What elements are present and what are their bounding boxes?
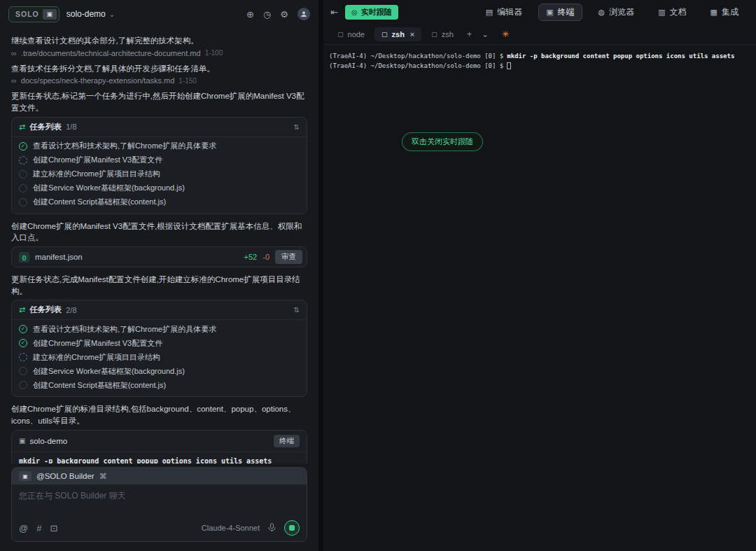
task-item: 查看设计文档和技术架构,了解Chrome扩展的具体要求 [19,322,300,336]
agent-message: 更新任务状态,标记第一个任务为进行中,然后开始创建Chrome扩展的Manife… [11,90,307,113]
file-path: .trae/documents/technical-architecture-d… [21,49,201,57]
tab-docs[interactable]: ▥ 文档 [650,4,694,21]
file-diff-card[interactable]: {} manifest.json +52 -0 审查 [11,246,307,267]
task-label: 创建Content Script基础框架(content.js) [33,380,166,391]
task-list-icon: ⇄ [19,305,25,314]
file-reference[interactable]: ∞ docs/specs/neck-therapy-extension/task… [11,76,307,85]
terminal-tab-zsh-active[interactable]: ▢ zsh × [374,27,421,41]
close-live-follow-button[interactable]: 双击关闭实时跟随 [402,132,483,151]
agent-icon: ▣ [19,471,31,481]
task-list-title: 任务列表 [29,122,62,132]
chat-input[interactable] [19,490,300,511]
terminal-card-command: mkdir -p background content popup option… [12,452,307,463]
collapse-icon[interactable]: ⇅ [294,306,300,314]
avatar[interactable] [298,8,310,20]
terminal-window-icon: ▣ [19,437,25,445]
task-status-icon [19,198,27,207]
file-link-icon: ∞ [11,76,17,85]
agent-message: 继续查看设计文档的其余部分,了解完整的技术架构。 [11,35,307,47]
task-list-progress: 2/8 [66,306,76,314]
app-window: SOLO ▣ solo-demo ⌄ ⊕ ◷ ⚙ 继续查看设计文档的其余部分,了… [0,0,756,551]
chat-panel: SOLO ▣ solo-demo ⌄ ⊕ ◷ ⚙ 继续查看设计文档的其余部分,了… [0,0,318,551]
task-status-icon [19,381,27,389]
workspace-panel: ⇤ ◎ 实时跟随 ▤ 编辑器 ▣ 终端 ◍ 浏览器 ▥ [323,0,756,551]
model-selector[interactable]: Claude-4-Sonnet [202,524,260,532]
editor-icon: ▤ [486,8,493,17]
collapse-icon[interactable]: ⇅ [294,123,300,131]
task-item: 创建Content Script基础框架(content.js) [19,195,300,209]
task-status-icon [19,353,27,361]
tab-integrations[interactable]: ▦ 集成 [703,4,746,21]
file-reference[interactable]: ∞ .trae/documents/technical-architecture… [11,49,307,57]
terminal-tab-label: node [348,30,365,39]
microphone-icon[interactable] [268,523,276,533]
terminal-tab-zsh[interactable]: ▢ zsh [424,27,461,41]
tab-browser[interactable]: ◍ 浏览器 [591,4,643,21]
solo-mode-badge[interactable]: SOLO ▣ [8,6,59,22]
person-icon [300,11,307,18]
browser-icon: ◍ [598,8,606,17]
terminal-line: (TraeAI-4) ~/Desktop/hackathon/solo-demo… [329,61,750,71]
terminal-tab-label: zsh [442,30,454,39]
terminal-tab-label: zsh [392,30,405,39]
live-follow-badge[interactable]: ◎ 实时跟随 [345,5,398,20]
terminal-card-title: solo-demo [29,437,67,445]
tab-editor[interactable]: ▤ 编辑器 [478,4,530,21]
terminal-tab-icon: ▢ [382,31,388,38]
composer-body [12,484,307,517]
close-tab-icon[interactable]: × [410,30,414,39]
warp-star-icon[interactable]: ✳ [502,29,509,39]
task-label: 建立标准的Chrome扩展项目目录结构 [33,352,160,363]
composer-footer: @ # ⊡ Claude-4-Sonnet [12,517,307,541]
solo-label: SOLO [15,10,39,18]
terminal-tab-node[interactable]: ▢ node [330,27,372,41]
task-items: 查看设计文档和技术架构,了解Chrome扩展的具体要求 创建Chrome扩展Ma… [12,137,307,214]
agent-message: 创建Chrome扩展的标准目录结构,包括background、content、p… [11,403,307,426]
task-list-header[interactable]: ⇄ 任务列表 1/8 ⇅ [12,118,307,137]
task-item: 创建Chrome扩展Manifest V3配置文件 [19,336,300,350]
terminal-line: (TraeAI-4) ~/Desktop/hackathon/solo-demo… [329,51,750,61]
file-link-icon: ∞ [11,49,17,57]
integration-icon: ▦ [710,8,718,17]
back-icon[interactable]: ⇤ [330,7,338,18]
workspace-tabs: ▤ 编辑器 ▣ 终端 ◍ 浏览器 ▥ 文档 ▦ 集成 [478,4,746,21]
task-item: 建立标准的Chrome扩展项目目录结构 [19,350,300,364]
composer-agent-header[interactable]: ▣ @SOLO Builder ⌘ [12,468,307,484]
agent-message: 更新任务状态,完成Manifest配置文件创建,开始建立标准的Chrome扩展项… [11,274,307,297]
history-icon[interactable]: ◷ [263,10,271,19]
settings-gear-icon[interactable]: ⚙ [280,10,288,19]
task-label: 查看设计文档和技术架构,了解Chrome扩展的具体要求 [33,324,216,335]
diff-filename: manifest.json [35,253,83,261]
tab-terminal[interactable]: ▣ 终端 [538,4,582,21]
mention-icon[interactable]: @ [19,524,28,533]
live-follow-icon: ◎ [351,8,358,16]
task-item: 创建Chrome扩展Manifest V3配置文件 [19,153,300,167]
tab-label: 文档 [670,6,687,18]
project-selector[interactable]: solo-demo ⌄ [66,9,115,19]
stop-icon [289,525,295,531]
line-range: 1-150 [178,77,197,85]
new-terminal-icon[interactable]: + [463,28,475,41]
task-list-header[interactable]: ⇄ 任务列表 2/8 ⇅ [12,300,307,320]
context-hash-icon[interactable]: # [36,524,41,533]
new-chat-icon[interactable]: ⊕ [246,10,254,19]
panel-divider[interactable] [318,0,323,551]
file-path: docs/specs/neck-therapy-extension/tasks.… [21,76,175,85]
live-follow-label: 实时跟随 [361,7,392,18]
terminal-tab-icon: ▢ [337,31,344,38]
project-name: solo-demo [66,9,106,19]
terminal-cursor [507,62,511,69]
task-label: 创建Service Worker基础框架(background.js) [33,366,185,377]
attach-image-icon[interactable]: ⊡ [50,524,57,533]
stop-generation-button[interactable] [284,520,300,536]
terminal-dropdown-icon[interactable]: ⌄ [478,28,492,41]
task-label: 创建Service Worker基础框架(background.js) [33,183,185,193]
open-terminal-button[interactable]: 终端 [274,435,300,447]
terminal-output[interactable]: (TraeAI-4) ~/Desktop/hackathon/solo-demo… [323,45,756,551]
solo-icon: ▣ [43,9,57,20]
review-button[interactable]: 审查 [275,250,302,264]
workspace-header: ⇤ ◎ 实时跟随 ▤ 编辑器 ▣ 终端 ◍ 浏览器 ▥ [323,0,756,24]
task-item: 创建Content Script基础框架(content.js) [19,378,300,392]
task-list-card: ⇄ 任务列表 2/8 ⇅ 查看设计文档和技术架构,了解Chrome扩展的具体要求… [11,300,307,397]
chat-composer: ▣ @SOLO Builder ⌘ @ # ⊡ Claude-4-Sonnet [11,467,307,542]
